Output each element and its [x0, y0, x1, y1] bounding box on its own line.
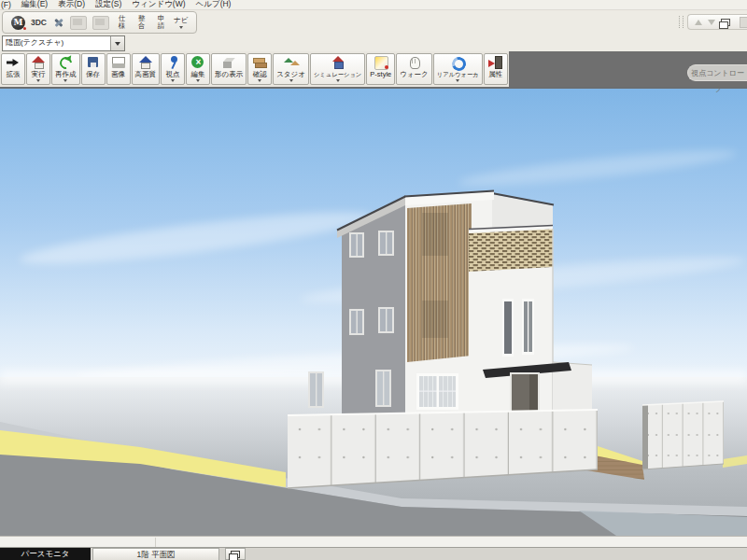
toolbar-label: シミュレーション: [314, 70, 361, 78]
render-mode-select[interactable]: 隠面(テクスチャ): [2, 35, 125, 51]
menu-edit[interactable]: 編集(E): [21, 0, 48, 10]
chevron-down-icon: [196, 79, 200, 82]
building: [308, 191, 592, 438]
toolbar-button-simulation[interactable]: シミュレーション: [310, 53, 365, 85]
navi-label: ナビ: [174, 16, 188, 25]
combo-dropdown-button[interactable]: [110, 36, 124, 50]
toolbar-button-studio[interactable]: スタジオ: [273, 53, 309, 85]
quick-access-group: M 3DC 仕様 整合 申請 ナビ: [2, 11, 197, 34]
main-toolbar: 拡張 実行 再作成 保存 画像 高画質 視点: [0, 51, 747, 87]
confirm-wood-icon: [251, 55, 268, 70]
rebuild-refresh-icon: [57, 55, 74, 70]
toolbar-grip[interactable]: [679, 16, 684, 28]
render-mode-row: 隠面(テクスチャ): [0, 35, 747, 51]
toolbar-label: 実行: [32, 70, 46, 78]
toolbar-label: 編集: [191, 70, 205, 78]
save-floppy-icon: [85, 55, 102, 70]
chevron-down-icon: [36, 79, 40, 82]
application-window: (F) 編集(E) 表示(D) 設定(S) ウィンドウ(W) ヘルプ(H) M …: [0, 0, 747, 560]
studio-houses-icon: [283, 55, 300, 70]
menu-settings[interactable]: 設定(S): [95, 0, 121, 10]
toolbar-button-image[interactable]: 画像: [106, 53, 131, 85]
viewpoint-pin-icon: [164, 55, 181, 70]
toolbar-button-high-quality[interactable]: 高画質: [132, 53, 161, 85]
toolbar-label: 保存: [86, 70, 100, 78]
window-controls-toolbar: [687, 14, 747, 30]
toolbar-label: 確認: [253, 70, 267, 78]
scroll-strip[interactable]: [0, 536, 747, 547]
toolbar-button-shape-display[interactable]: 形の表示: [211, 53, 247, 85]
window-glass: [504, 301, 512, 354]
clipped-window-icon: [740, 17, 747, 28]
chevron-down-icon: [456, 79, 459, 82]
image-disabled-icon: [70, 16, 87, 30]
run-house-icon: [30, 55, 47, 70]
toolbar-button-attribute[interactable]: 属性: [484, 53, 508, 85]
move-up-icon[interactable]: [695, 20, 702, 25]
chevron-down-icon: [289, 79, 293, 82]
quick-access-toolbar: M 3DC 仕様 整合 申請 ナビ: [0, 10, 747, 35]
p-style-icon: [373, 55, 389, 70]
menu-bar: (F) 編集(E) 表示(D) 設定(S) ウィンドウ(W) ヘルプ(H): [0, 0, 747, 10]
expand-arrow-icon: [5, 55, 21, 70]
cascade-windows-icon[interactable]: [721, 19, 730, 26]
toolbar-label: 画像: [111, 70, 125, 78]
tab-floor-plan[interactable]: 1階 平面図: [92, 548, 219, 560]
strip-divider: [155, 538, 156, 547]
toolbar-label: 属性: [488, 70, 502, 78]
toolbar-button-rebuild[interactable]: 再作成: [51, 53, 80, 85]
entrance-door: [512, 374, 529, 415]
louver-window-shadow: [422, 213, 448, 256]
menu-window[interactable]: ウィンドウ(W): [132, 0, 185, 10]
toolbar-button-pstyle[interactable]: P-style: [366, 53, 395, 85]
chevron-down-icon: [179, 26, 183, 29]
toolbar-button-walk[interactable]: ウォーク: [396, 53, 432, 85]
app-logo-icon[interactable]: M: [11, 16, 25, 30]
walk-hand-icon: [406, 55, 423, 70]
window-list-button[interactable]: [225, 548, 246, 560]
toolbar-button-confirm[interactable]: 確認: [247, 53, 272, 85]
toolbar-label: 形の表示: [215, 70, 243, 78]
image-printer-icon: [110, 55, 127, 70]
menu-help[interactable]: ヘルプ(H): [196, 0, 232, 10]
high-quality-house-icon: [137, 55, 154, 70]
entrance-door-panel: [529, 374, 538, 415]
viewpoint-controller-pill[interactable]: 視点コントローラ: [687, 64, 747, 81]
cad-mode-button[interactable]: 3DC: [31, 18, 47, 27]
consistency-button[interactable]: 整合: [137, 15, 146, 30]
3d-viewport[interactable]: [0, 87, 747, 536]
move-down-icon[interactable]: [708, 20, 715, 25]
menu-file[interactable]: (F): [1, 0, 11, 9]
toolbar-label: 高画質: [135, 70, 157, 78]
louver-window-shadow: [422, 301, 448, 338]
tools-settings-icon[interactable]: [52, 17, 64, 29]
toolbar-label: 視点: [166, 70, 180, 78]
perspective-scene: [0, 87, 747, 536]
shape-cube-icon: [220, 55, 237, 70]
toolbar-button-expand[interactable]: 拡張: [1, 53, 25, 85]
toolbar-button-edit[interactable]: 編集: [186, 53, 210, 85]
image-disabled-icon: [92, 16, 109, 30]
simulation-house-icon: [330, 55, 346, 70]
toolbar-button-real-walker[interactable]: リアルウォーカ: [433, 53, 483, 85]
bottom-tab-bar: パースモニタ 1階 平面図: [0, 547, 747, 560]
spec-button[interactable]: 仕様: [118, 15, 126, 30]
chevron-down-icon: [171, 79, 175, 82]
toolbar-button-run[interactable]: 実行: [26, 53, 50, 85]
tab-perspective-monitor[interactable]: パースモニタ: [0, 548, 91, 560]
toolbar-button-viewpoint[interactable]: 視点: [161, 53, 185, 85]
chevron-down-icon: [336, 79, 340, 82]
balcony-lattice: [469, 230, 553, 274]
front-window: [416, 373, 458, 410]
chevron-down-icon: [63, 79, 67, 82]
render-mode-value: 隠面(テクスチャ): [3, 36, 110, 50]
toolbar-label: P-style: [370, 70, 391, 78]
attribute-door-icon: [487, 55, 504, 70]
toolbar-label: 再作成: [55, 70, 77, 78]
navi-button[interactable]: ナビ: [174, 16, 188, 29]
toolbar-label: リアルウォーカ: [437, 70, 479, 78]
menu-view[interactable]: 表示(D): [58, 0, 85, 10]
toolbar-label: スタジオ: [276, 70, 305, 78]
toolbar-button-save[interactable]: 保存: [81, 53, 106, 85]
application-button[interactable]: 申請: [157, 15, 165, 30]
